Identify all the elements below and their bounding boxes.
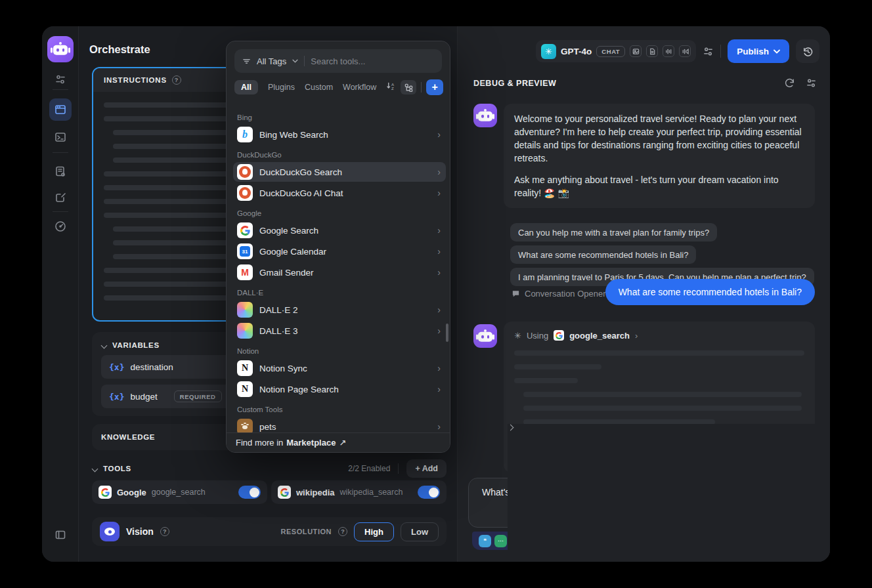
marketplace-link[interactable]: Marketplace [286, 438, 336, 448]
app-logo-robot-icon[interactable] [47, 36, 74, 62]
vision-title: Vision [126, 526, 154, 537]
tool-item-dalle-2[interactable]: DALL·E 2 › [233, 300, 446, 320]
variable-token: {x} [109, 392, 124, 402]
tool-item-google-calendar[interactable]: Google Calendar › [233, 242, 446, 261]
robot-icon [47, 36, 74, 62]
tools-title: TOOLS [103, 465, 131, 472]
bot-avatar [473, 324, 497, 348]
welcome-paragraph-1: Welcome to your personalized travel serv… [514, 112, 804, 165]
tool-item-google-search[interactable]: Google Search › [233, 220, 446, 240]
chevron-right-icon: › [437, 304, 441, 315]
model-name: GPT-4o [561, 47, 592, 56]
tool-item-label: Gmail Sender [259, 268, 314, 278]
debug-settings-icon[interactable] [806, 77, 817, 89]
tool-item-label: DuckDuckGo AI Chat [259, 188, 343, 198]
model-settings-icon[interactable] [703, 46, 714, 57]
tool-item-bing-web-search[interactable]: b Bing Web Search › [233, 125, 446, 144]
tool-chip-wikipedia[interactable]: wikipedia wikipedia_search [271, 480, 447, 504]
tools-enabled-count: 2/2 Enabled [348, 464, 390, 473]
sidebar-item-editor[interactable] [49, 186, 72, 209]
section-label-duckduckgo: DuckDuckGo [237, 151, 446, 159]
external-link-icon: ↗ [339, 438, 346, 448]
required-badge: REQUIRED [174, 390, 222, 402]
sidebar-item-orchestrate[interactable] [49, 98, 72, 121]
chevron-right-icon: › [437, 267, 441, 278]
google-calendar-icon [237, 243, 253, 259]
section-label-bing: Bing [237, 114, 446, 121]
section-label-notion: Notion [237, 347, 446, 355]
dalle-icon [237, 323, 253, 339]
help-icon[interactable]: ? [338, 527, 347, 536]
tool-item-label: Google Calendar [259, 247, 326, 257]
tool-item-notion-page-search[interactable]: N Notion Page Search › [233, 379, 446, 399]
chevron-right-icon: › [437, 188, 441, 198]
tool-toggle-on[interactable] [418, 486, 440, 499]
tab-plugins[interactable]: Plugins [268, 83, 295, 92]
help-icon[interactable]: ? [172, 75, 181, 85]
publish-button[interactable]: Publish [728, 39, 789, 63]
tab-all[interactable]: All [234, 80, 258, 94]
section-label-google: Google [237, 209, 446, 217]
tool-item-duckduckgo-ai-chat[interactable]: DuckDuckGo AI Chat › [233, 183, 446, 203]
help-icon[interactable]: ? [160, 527, 169, 536]
chevron-right-icon: › [437, 225, 441, 236]
chevron-right-icon: › [437, 363, 441, 373]
tool-call-name: google_search [569, 331, 630, 341]
tool-name: wikipedia [296, 488, 335, 497]
resolution-low-button[interactable]: Low [401, 522, 439, 541]
search-tools-input[interactable]: Search tools... [311, 56, 365, 66]
suggestion-chip[interactable]: Can you help me with a travel plan for f… [510, 223, 717, 242]
google-icon [237, 222, 253, 238]
create-tool-button[interactable]: + [426, 79, 443, 95]
knowledge-title: KNOWLEDGE [101, 433, 155, 441]
popup-scrollbar[interactable] [446, 324, 448, 342]
history-button[interactable] [796, 39, 819, 63]
feature-chat-icon[interactable]: ❝ [479, 535, 491, 547]
add-tool-button[interactable]: + Add [406, 459, 447, 478]
bing-icon: b [237, 127, 253, 142]
model-selector[interactable]: ✳ GPT-4o CHAT [536, 40, 696, 62]
tool-item-label: Bing Web Search [259, 130, 328, 140]
gmail-icon: M [237, 264, 253, 280]
tool-item-notion-sync[interactable]: N Notion Sync › [233, 358, 446, 378]
sort-icon[interactable]: AZ [386, 81, 396, 94]
tool-function: wikipedia_search [340, 488, 403, 497]
tab-workflow[interactable]: Workflow [343, 83, 376, 92]
section-label-dalle: DALL·E [237, 289, 446, 297]
tool-item-pets[interactable]: pets › [233, 417, 446, 432]
tool-item-duckduckgo-search[interactable]: DuckDuckGo Search › [233, 162, 446, 182]
tools-header: TOOLS 2/2 Enabled + Add [92, 459, 447, 478]
tool-item-gmail-sender[interactable]: M Gmail Sender › [233, 262, 446, 282]
feature-suggestions-icon[interactable]: ⋯ [494, 535, 507, 547]
collapse-sidebar-icon[interactable] [49, 524, 72, 546]
variable-name: destination [130, 362, 173, 372]
tool-call-header[interactable]: ✳ Using google_search › [514, 330, 804, 341]
notion-icon: N [237, 381, 253, 397]
sidebar-item-terminal[interactable] [49, 126, 72, 148]
agent-settings-icon[interactable] [49, 68, 72, 91]
tool-item-label: DuckDuckGo Search [259, 167, 342, 177]
conversation-opener-label: Conversation Opener [525, 289, 606, 299]
section-label-custom-tools: Custom Tools [237, 406, 446, 413]
loading-spinner-icon: ✳ [514, 331, 521, 341]
duckduckgo-icon [237, 185, 253, 201]
tool-chip-google[interactable]: Google google_search [92, 480, 267, 504]
tab-custom[interactable]: Custom [305, 83, 333, 92]
rail-divider [53, 211, 68, 212]
sidebar-item-logs[interactable] [49, 160, 72, 182]
tool-toggle-on[interactable] [238, 486, 261, 499]
divider [304, 56, 305, 66]
tools-header-toggle[interactable]: TOOLS [92, 465, 131, 472]
group-view-icon[interactable] [401, 80, 416, 94]
suggestion-chip[interactable]: What are some recommended hotels in Bali… [510, 245, 696, 264]
left-icon-rail [42, 26, 79, 562]
tags-filter-dropdown[interactable]: All Tags [257, 56, 286, 66]
restart-conversation-icon[interactable] [784, 77, 795, 89]
sidebar-item-dashboard[interactable] [49, 215, 72, 238]
tool-item-dalle-3[interactable]: DALL·E 3 › [233, 321, 446, 341]
marketplace-footer: Find more in Marketplace ↗ [227, 432, 450, 452]
tool-item-label: Google Search [259, 226, 318, 236]
resolution-high-button[interactable]: High [354, 522, 394, 541]
svg-text:Z: Z [391, 86, 394, 91]
vision-card: Vision ? RESOLUTION ? High Low [92, 517, 447, 546]
